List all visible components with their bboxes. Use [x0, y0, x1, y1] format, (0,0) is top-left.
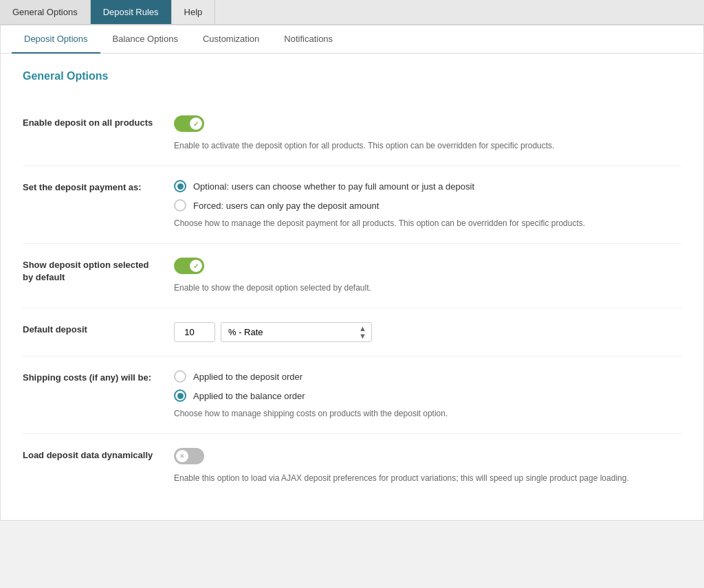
desc-enable-deposit: Enable to activate the deposit option fo… — [174, 139, 681, 152]
section-title: General Options — [23, 70, 681, 82]
label-show-deposit-default: Show deposit option selected by default — [23, 258, 174, 284]
radio-circle-optional — [174, 180, 186, 192]
desc-shipping-costs: Choose how to manage shipping costs on p… — [174, 407, 681, 420]
deposit-type-select[interactable]: % - Rate Fixed Amount — [221, 322, 372, 342]
deposit-inputs: % - Rate Fixed Amount ▲▼ — [174, 322, 681, 342]
content-shipping-costs: Applied to the deposit order Applied to … — [174, 370, 681, 420]
radio-group-deposit-payment: Optional: users can choose whether to pa… — [174, 180, 681, 212]
label-deposit-payment: Set the deposit payment as: — [23, 180, 174, 194]
tab-deposit-options[interactable]: Deposit Options — [12, 25, 100, 54]
radio-optional[interactable]: Optional: users can choose whether to pa… — [174, 180, 681, 192]
content-deposit-payment: Optional: users can choose whether to pa… — [174, 180, 681, 229]
radio-forced[interactable]: Forced: users can only pay the deposit a… — [174, 199, 681, 212]
top-navigation: General Options Deposit Rules Help — [0, 0, 704, 25]
desc-show-deposit-default: Enable to show the deposit option select… — [174, 282, 681, 294]
radio-label-optional: Optional: users can choose whether to pa… — [193, 181, 474, 192]
radio-label-balance-order: Applied to the balance order — [193, 391, 305, 401]
tab-notifications[interactable]: Notifications — [272, 25, 345, 54]
deposit-type-select-wrapper: % - Rate Fixed Amount ▲▼ — [221, 322, 372, 342]
radio-label-deposit-order: Applied to the deposit order — [193, 372, 302, 382]
desc-deposit-payment: Choose how to manage the deposit payment… — [174, 217, 681, 229]
content-area: General Options Enable deposit on all pr… — [1, 54, 703, 520]
row-deposit-payment: Set the deposit payment as: Optional: us… — [23, 166, 681, 244]
label-enable-deposit: Enable deposit on all products — [23, 115, 174, 129]
radio-deposit-order[interactable]: Applied to the deposit order — [174, 370, 681, 383]
label-shipping-costs: Shipping costs (if any) will be: — [23, 370, 174, 384]
content-show-deposit-default: Enable to show the deposit option select… — [174, 258, 681, 294]
radio-balance-order[interactable]: Applied to the balance order — [174, 389, 681, 402]
main-container: Deposit Options Balance Options Customiz… — [0, 25, 704, 521]
radio-circle-balance-order — [174, 389, 186, 402]
radio-circle-forced — [174, 199, 186, 212]
radio-label-forced: Forced: users can only pay the deposit a… — [193, 201, 379, 211]
row-enable-deposit: Enable deposit on all products Enable to… — [23, 102, 681, 166]
row-shipping-costs: Shipping costs (if any) will be: Applied… — [23, 357, 681, 434]
radio-group-shipping: Applied to the deposit order Applied to … — [174, 370, 681, 402]
top-nav-help[interactable]: Help — [172, 0, 216, 24]
content-enable-deposit: Enable to activate the deposit option fo… — [174, 115, 681, 152]
toggle-enable-deposit[interactable] — [174, 115, 204, 132]
content-default-deposit: % - Rate Fixed Amount ▲▼ — [174, 322, 681, 342]
tab-customization[interactable]: Customization — [190, 25, 272, 54]
deposit-number-input[interactable] — [174, 322, 215, 342]
radio-circle-deposit-order — [174, 370, 186, 383]
content-load-deposit-dynamically: Enable this option to load via AJAX depo… — [174, 448, 681, 484]
desc-load-deposit-dynamically: Enable this option to load via AJAX depo… — [174, 472, 681, 484]
label-load-deposit-dynamically: Load deposit data dynamically — [23, 448, 174, 462]
top-nav-general-options[interactable]: General Options — [0, 0, 91, 24]
label-default-deposit: Default deposit — [23, 322, 174, 336]
toggle-load-deposit-dynamically[interactable] — [174, 448, 204, 464]
sub-tabs: Deposit Options Balance Options Customiz… — [1, 25, 703, 54]
row-default-deposit: Default deposit % - Rate Fixed Amount ▲▼ — [23, 308, 681, 357]
row-load-deposit-dynamically: Load deposit data dynamically Enable thi… — [23, 434, 681, 498]
top-nav-deposit-rules[interactable]: Deposit Rules — [91, 0, 172, 24]
tab-balance-options[interactable]: Balance Options — [100, 25, 190, 54]
row-show-deposit-default: Show deposit option selected by default … — [23, 244, 681, 308]
toggle-show-deposit-default[interactable] — [174, 258, 204, 274]
